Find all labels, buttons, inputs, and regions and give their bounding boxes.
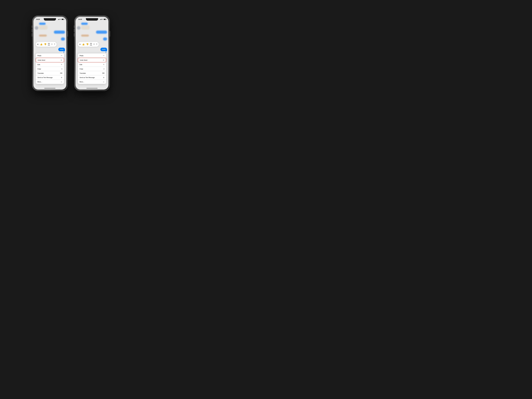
- bubble-placeholder-4: [61, 38, 65, 41]
- battery-fill-right: [104, 19, 106, 20]
- home-bar-left: [44, 88, 55, 89]
- menu-sendtext-left[interactable]: Send as Text Message ⊕: [36, 75, 64, 80]
- question-reaction[interactable]: ?: [54, 43, 55, 45]
- phone-left: 14:23 ⊛: [32, 16, 68, 91]
- signal-bar-3: [59, 19, 59, 20]
- signal-bar-r4: [101, 19, 102, 20]
- reaction-bar-right[interactable]: ♥ 👍 👎 HAHA ‼ ?: [78, 42, 99, 47]
- menu-more-label-left: More...: [38, 81, 42, 83]
- context-menu-right: Reply ↩ Undo Send ⊙ Edit ✎ Copy ⎙: [78, 53, 106, 84]
- heart-reaction[interactable]: ♥: [37, 43, 38, 45]
- menu-reply-right[interactable]: Reply ↩: [78, 53, 106, 58]
- message-row-1: [35, 23, 65, 30]
- haha-reaction-r[interactable]: HAHA: [90, 43, 92, 46]
- menu-translate-left[interactable]: Translate ⌨: [36, 71, 64, 75]
- message-row-4: [35, 38, 65, 41]
- battery-icon-right: [104, 19, 106, 20]
- avatar-left: [35, 26, 38, 30]
- haha-reaction[interactable]: HAHA: [48, 43, 50, 46]
- menu-reply-icon-right: ↩: [103, 55, 104, 57]
- bubble-placeholder-r4: [103, 38, 107, 41]
- menu-copy-icon-left: ⎙: [61, 68, 62, 70]
- phone-right: 14:23 ⊛: [74, 16, 110, 91]
- volume-up-left: [32, 29, 32, 32]
- menu-more-icon-right: ☺: [103, 81, 104, 83]
- status-icons-left: ⊛: [58, 19, 64, 20]
- menu-more-label-right: More...: [80, 81, 84, 83]
- power-button-left: [68, 31, 68, 37]
- thumbsdown-reaction-r[interactable]: 👎: [86, 43, 89, 45]
- menu-reply-label-left: Reply: [38, 55, 41, 57]
- message-row-r4: [77, 38, 107, 41]
- hello-area-left: Hello: [35, 48, 65, 52]
- phone-screen-left: 14:23 ⊛: [33, 17, 66, 89]
- hello-bubble-right: Hello: [101, 48, 107, 51]
- menu-undosend-label-right: Undo Send: [80, 59, 87, 61]
- reaction-bar-left[interactable]: ♥ 👍 👎 HAHA ‼ ?: [36, 42, 57, 47]
- signal-bar-1: [58, 19, 58, 20]
- status-time-right: 14:23: [78, 19, 82, 20]
- bubble-placeholder-r2: [81, 25, 90, 30]
- menu-more-right[interactable]: More... ☺: [78, 80, 106, 84]
- volume-down-left: [32, 33, 32, 37]
- status-time-left: 14:23: [36, 19, 40, 20]
- menu-edit-left[interactable]: Edit ✎: [36, 62, 64, 67]
- placeholder-bar-r1: [81, 35, 89, 37]
- menu-undosend-icon-left: ⊙: [61, 59, 62, 61]
- exclaim-reaction-r[interactable]: ‼: [94, 43, 95, 45]
- menu-undosend-label-left: Undo Send: [38, 59, 45, 61]
- menu-undosend-right[interactable]: Undo Send ⊙: [78, 58, 106, 62]
- avatar-right: [77, 26, 81, 30]
- message-row-3: [39, 35, 47, 37]
- thumbsup-reaction-r[interactable]: 👍: [82, 43, 85, 45]
- battery-fill-left: [62, 19, 63, 20]
- thumbsdown-reaction[interactable]: 👎: [44, 43, 46, 45]
- message-row-2: [35, 31, 65, 34]
- menu-copy-label-right: Copy: [80, 68, 83, 70]
- menu-copy-left[interactable]: Copy ⎙: [36, 67, 64, 71]
- menu-more-icon-left: ☺: [61, 81, 62, 83]
- battery-icon-left: [62, 19, 64, 20]
- signal-bar-2: [58, 19, 59, 20]
- hello-text-right: Hello: [102, 49, 106, 50]
- thumbsup-reaction[interactable]: 👍: [40, 43, 42, 45]
- signal-bar-r1: [100, 19, 101, 20]
- menu-translate-label-left: Translate: [38, 72, 44, 74]
- heart-reaction-r[interactable]: ♥: [79, 43, 81, 45]
- menu-copy-icon-right: ⎙: [103, 68, 104, 70]
- status-icons-right: ⊛: [100, 19, 106, 20]
- signal-bars-right: [100, 19, 102, 20]
- menu-edit-label-left: Edit: [38, 64, 40, 65]
- menu-copy-label-left: Copy: [38, 68, 41, 70]
- menu-sendtext-icon-left: ⊕: [61, 76, 62, 78]
- hello-text-left: Hello: [60, 49, 63, 50]
- menu-edit-right[interactable]: Edit ✎: [78, 62, 106, 67]
- menu-reply-label-right: Reply: [80, 55, 83, 57]
- power-button-right: [110, 31, 110, 37]
- notch-right: [86, 18, 98, 21]
- menu-edit-icon-left: ✎: [61, 64, 62, 65]
- menu-sendtext-right[interactable]: Send as Text Message ⊕: [78, 75, 106, 80]
- menu-translate-right[interactable]: Translate ⌨: [78, 71, 106, 75]
- menu-translate-label-right: Translate: [80, 72, 86, 74]
- bubble-placeholder-2: [39, 25, 48, 30]
- bubble-placeholder-r1: [81, 23, 88, 25]
- menu-more-left[interactable]: More... ☺: [36, 80, 64, 84]
- exclaim-reaction[interactable]: ‼: [51, 43, 52, 45]
- menu-sendtext-label-left: Send as Text Message: [38, 77, 52, 78]
- menu-reply-left[interactable]: Reply ↩: [36, 53, 64, 58]
- menu-copy-right[interactable]: Copy ⎙: [78, 67, 106, 71]
- phone-frame-left: 14:23 ⊛: [32, 16, 68, 91]
- message-row-r1: [77, 23, 107, 30]
- bubble-placeholder-r3: [96, 31, 107, 34]
- question-reaction-r[interactable]: ?: [96, 43, 97, 45]
- silent-switch-left: [32, 25, 32, 28]
- chat-area-right: ♥ 👍 👎 HAHA ‼ ? Hello Rep: [76, 22, 108, 87]
- signal-bar-r2: [101, 19, 101, 20]
- home-indicator-left: [33, 87, 66, 89]
- menu-undosend-left[interactable]: Undo Send ⊙: [36, 58, 64, 62]
- placeholder-bar-1: [39, 35, 47, 37]
- hello-area-right: Hello: [77, 48, 107, 52]
- phone-screen-right: 14:23 ⊛: [76, 17, 108, 89]
- home-bar-right: [86, 88, 98, 89]
